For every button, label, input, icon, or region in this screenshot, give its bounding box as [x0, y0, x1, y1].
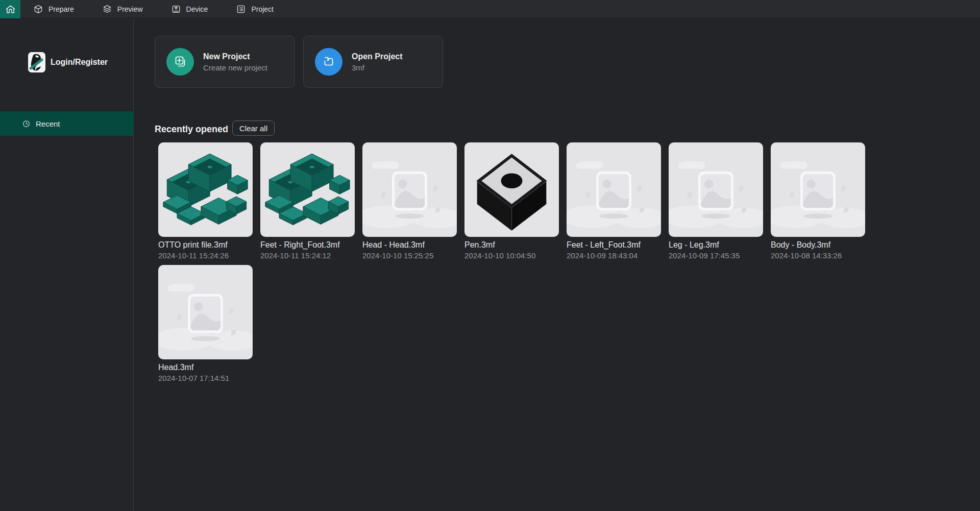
login-register-button[interactable]: Login/Register	[28, 52, 108, 72]
file-thumbnail[interactable]	[158, 142, 253, 237]
placeholder-thumbnail	[567, 142, 661, 237]
open-project-circle	[315, 48, 342, 76]
clear-all-button[interactable]: Clear all	[232, 120, 275, 136]
file-thumbnail[interactable]	[567, 142, 661, 237]
file-thumbnail[interactable]	[158, 265, 253, 359]
file-thumbnail[interactable]	[771, 142, 865, 237]
file-thumbnail[interactable]	[260, 142, 355, 237]
new-project-circle	[166, 48, 194, 76]
placeholder-thumbnail	[362, 142, 457, 237]
file-date: 2024-10-08 14:33:26	[771, 251, 865, 260]
placeholder-thumbnail	[771, 142, 865, 237]
main-content: New Project Create new project Open Proj…	[134, 18, 980, 511]
tab-project[interactable]: Project	[236, 0, 274, 18]
file-name: Head.3mf	[158, 363, 253, 372]
pen-model-thumbnail	[464, 142, 559, 237]
file-name: Head - Head.3mf	[362, 240, 457, 250]
cube-icon	[33, 4, 43, 14]
printer-icon	[171, 4, 181, 14]
recent-file-card[interactable]: Pen.3mf 2024-10-10 10:04:50	[464, 142, 559, 260]
layers-icon	[102, 4, 112, 14]
top-bar: Prepare Preview Device Project	[0, 0, 980, 18]
recent-file-card[interactable]: OTTO print file.3mf 2024-10-11 15:24:26	[158, 142, 253, 260]
open-project-title: Open Project	[352, 52, 403, 61]
sidebar: Login/Register Recent	[0, 18, 134, 511]
clock-icon	[22, 119, 31, 128]
placeholder-thumbnail	[158, 265, 253, 359]
file-date: 2024-10-09 18:43:04	[567, 251, 661, 260]
recent-file-card[interactable]: Feet - Left_Foot.3mf 2024-10-09 18:43:04	[567, 142, 661, 260]
file-name: Body - Body.3mf	[771, 240, 865, 250]
tab-label: Project	[251, 5, 274, 13]
tab-preview[interactable]: Preview	[102, 0, 143, 18]
new-project-title: New Project	[203, 52, 267, 61]
new-project-subtitle: Create new project	[203, 63, 267, 72]
file-date: 2024-10-10 15:25:25	[362, 251, 457, 260]
tab-device[interactable]: Device	[171, 0, 208, 18]
sidebar-item-label: Recent	[36, 119, 60, 128]
new-project-card[interactable]: New Project Create new project	[155, 36, 295, 88]
tab-prepare[interactable]: Prepare	[33, 0, 74, 18]
import-icon	[322, 55, 336, 69]
tab-label: Device	[186, 5, 208, 13]
tab-label: Prepare	[48, 5, 74, 13]
file-name: Pen.3mf	[464, 240, 559, 250]
file-date: 2024-10-07 17:14:51	[158, 374, 253, 382]
new-document-icon	[173, 55, 187, 69]
home-button[interactable]	[0, 0, 20, 18]
app-logo	[28, 52, 45, 72]
recent-file-card[interactable]: Feet - Right_Foot.3mf 2024-10-11 15:24:1…	[260, 142, 355, 260]
file-thumbnail[interactable]	[464, 142, 559, 237]
tab-label: Preview	[117, 5, 143, 13]
file-name: Leg - Leg.3mf	[669, 240, 763, 250]
recently-opened-heading: Recently opened	[155, 124, 228, 135]
file-thumbnail[interactable]	[669, 142, 763, 237]
file-date: 2024-10-11 15:24:26	[158, 251, 253, 260]
otto-model-thumbnail	[158, 142, 253, 237]
list-icon	[236, 4, 246, 14]
file-name: OTTO print file.3mf	[158, 240, 253, 250]
open-project-card[interactable]: Open Project 3mf	[303, 36, 443, 88]
file-date: 2024-10-10 10:04:50	[464, 251, 559, 260]
file-name: Feet - Left_Foot.3mf	[567, 240, 661, 250]
recent-file-card[interactable]: Leg - Leg.3mf 2024-10-09 17:45:35	[669, 142, 763, 260]
sidebar-item-recent[interactable]: Recent	[0, 111, 134, 136]
home-icon	[5, 4, 16, 15]
recent-file-card[interactable]: Head.3mf 2024-10-07 17:14:51	[158, 265, 253, 382]
otto-model-thumbnail	[260, 142, 355, 237]
recent-file-card[interactable]: Head - Head.3mf 2024-10-10 15:25:25	[362, 142, 457, 260]
open-project-subtitle: 3mf	[352, 63, 403, 72]
login-register-label: Login/Register	[51, 58, 108, 67]
file-thumbnail[interactable]	[362, 142, 457, 237]
recent-file-card[interactable]: Body - Body.3mf 2024-10-08 14:33:26	[771, 142, 865, 260]
file-name: Feet - Right_Foot.3mf	[260, 240, 355, 250]
file-date: 2024-10-09 17:45:35	[669, 251, 763, 260]
file-date: 2024-10-11 15:24:12	[260, 251, 355, 260]
placeholder-thumbnail	[669, 142, 763, 237]
